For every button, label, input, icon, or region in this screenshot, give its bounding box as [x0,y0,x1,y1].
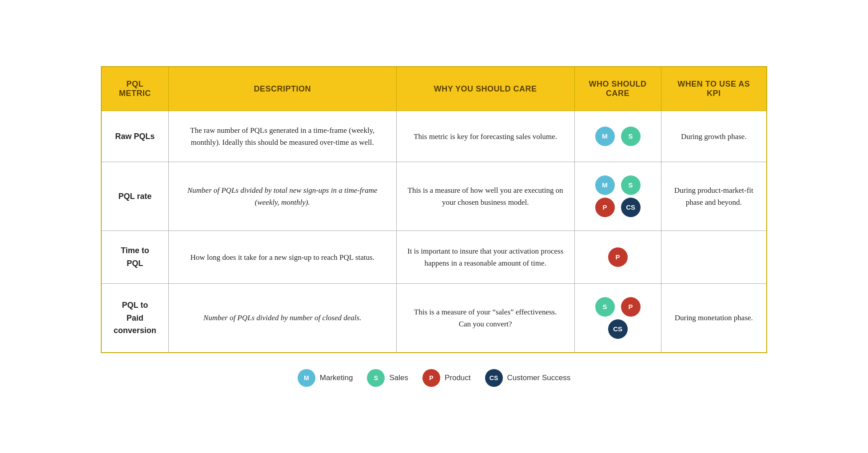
cell-when: During product-market-fit phase and beyo… [661,162,767,231]
pql-metrics-table: PQL METRIC DESCRIPTION WHY YOU SHOULD CA… [101,66,767,353]
cell-metric: Raw PQLs [101,111,168,162]
col-header-description: DESCRIPTION [168,67,396,111]
legend-badge-m: M [298,369,315,387]
legend-label-p: Product [445,374,471,382]
col-header-when: WHEN TO USE AS KPI [661,67,767,111]
cell-who: SPCS [574,283,661,353]
cell-metric: Time to PQL [101,231,168,284]
legend: MMarketingSSalesPProductCSCustomer Succe… [101,369,767,387]
badge-p: P [621,297,641,317]
cell-when [661,231,767,284]
col-header-metric: PQL METRIC [101,67,168,111]
cell-why: This is a measure of your “sales” effect… [396,283,574,353]
table-row: Time to PQLHow long does it take for a n… [101,231,767,284]
table-row: Raw PQLsThe raw number of PQLs generated… [101,111,767,162]
col-header-why: WHY YOU SHOULD CARE [396,67,574,111]
legend-label-m: Marketing [320,374,353,382]
legend-badge-s: S [367,369,385,387]
cell-who: P [574,231,661,284]
cell-who: MSPCS [574,162,661,231]
table-row: PQL rateNumber of PQLs divided by total … [101,162,767,231]
badge-p: P [595,198,615,217]
cell-description: Number of PQLs divided by number of clos… [168,283,396,353]
badge-cs: CS [621,198,641,217]
legend-item-s: SSales [367,369,408,387]
legend-item-m: MMarketing [298,369,353,387]
cell-why: It is important to insure that your acti… [396,231,574,284]
cell-description: Number of PQLs divided by total new sign… [168,162,396,231]
badge-m: M [595,127,615,146]
cell-metric: PQL rate [101,162,168,231]
legend-label-cs: Customer Success [507,374,571,382]
table-header-row: PQL METRIC DESCRIPTION WHY YOU SHOULD CA… [101,67,767,111]
col-header-who: WHO SHOULD CARE [574,67,661,111]
pql-metrics-table-wrapper: PQL METRIC DESCRIPTION WHY YOU SHOULD CA… [101,66,767,387]
cell-metric: PQL to Paidconversion [101,283,168,353]
cell-why: This metric is key for forecasting sales… [396,111,574,162]
badge-s: S [621,175,641,195]
cell-who: MS [574,111,661,162]
table-row: PQL to PaidconversionNumber of PQLs divi… [101,283,767,353]
legend-badge-cs: CS [485,369,503,387]
badge-cs: CS [608,319,628,339]
cell-description: How long does it take for a new sign-up … [168,231,396,284]
legend-label-s: Sales [389,374,408,382]
legend-badge-p: P [422,369,440,387]
badge-s: S [595,297,615,317]
cell-why: This is a measure of how well you are ex… [396,162,574,231]
legend-item-p: PProduct [422,369,471,387]
badge-s: S [621,127,641,146]
legend-item-cs: CSCustomer Success [485,369,571,387]
cell-when: During monetation phase. [661,283,767,353]
badge-m: M [595,175,615,195]
cell-description: The raw number of PQLs generated in a ti… [168,111,396,162]
badge-p: P [608,247,628,267]
cell-when: During growth phase. [661,111,767,162]
